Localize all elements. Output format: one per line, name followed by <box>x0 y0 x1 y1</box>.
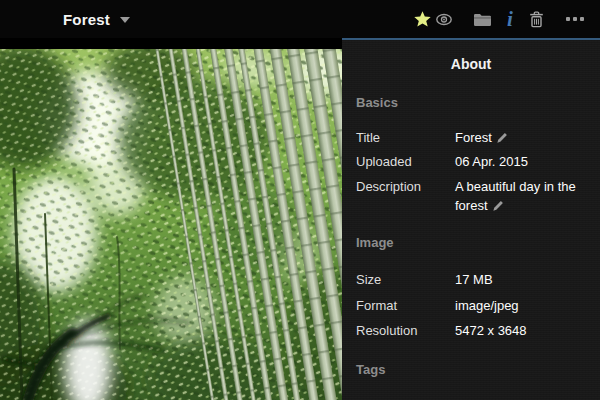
uploaded-value: 06 Apr. 2015 <box>455 152 592 171</box>
info-button[interactable]: i <box>504 0 516 38</box>
size-value: 17 MB <box>455 270 592 289</box>
archive-button[interactable] <box>474 0 491 38</box>
title-label: Title <box>356 128 455 148</box>
section-header-basics: Basics <box>356 95 398 110</box>
pencil-icon <box>493 200 504 211</box>
about-row-format: Format image/jpeg <box>356 296 592 315</box>
eye-icon <box>436 13 452 26</box>
uploaded-label: Uploaded <box>356 152 455 171</box>
photo-bamboo-forest[interactable] <box>0 49 342 400</box>
resolution-value: 5472 x 3648 <box>455 321 592 340</box>
ellipsis-icon <box>566 17 584 21</box>
resolution-label: Resolution <box>356 321 455 340</box>
description-label: Description <box>356 177 455 216</box>
about-panel-title: About <box>342 56 600 72</box>
about-row-title: Title Forest <box>356 128 592 148</box>
description-value: A beautiful day in the forest <box>455 177 592 216</box>
photo-viewer-canvas <box>0 38 342 400</box>
pencil-icon <box>497 132 508 143</box>
about-row-resolution: Resolution 5472 x 3648 <box>356 321 592 340</box>
photo-title: Forest <box>63 11 110 28</box>
folder-icon <box>474 13 491 26</box>
photo-viewer-window: Forest i <box>0 0 600 400</box>
info-icon: i <box>507 9 513 30</box>
section-header-tags: Tags <box>356 362 385 377</box>
format-value: image/jpeg <box>455 296 592 315</box>
preview-button[interactable] <box>436 0 452 38</box>
star-icon <box>414 11 431 27</box>
about-row-size: Size 17 MB <box>356 270 592 289</box>
edit-title-button[interactable] <box>497 129 508 148</box>
favorite-button[interactable] <box>414 0 431 38</box>
title-value: Forest <box>455 128 592 148</box>
trash-icon <box>529 11 544 28</box>
top-bar: Forest i <box>0 0 600 38</box>
format-label: Format <box>356 296 455 315</box>
about-panel: About Basics Title Forest Uploaded 06 Ap… <box>342 38 600 400</box>
about-row-description: Description A beautiful day in the fores… <box>356 177 592 216</box>
more-options-button[interactable] <box>566 0 584 38</box>
edit-description-button[interactable] <box>493 197 504 216</box>
section-header-image: Image <box>356 235 394 250</box>
size-label: Size <box>356 270 455 289</box>
delete-button[interactable] <box>529 0 544 38</box>
chevron-down-icon <box>120 17 130 23</box>
photo-title-dropdown[interactable]: Forest <box>63 0 130 38</box>
about-row-uploaded: Uploaded 06 Apr. 2015 <box>356 152 592 171</box>
